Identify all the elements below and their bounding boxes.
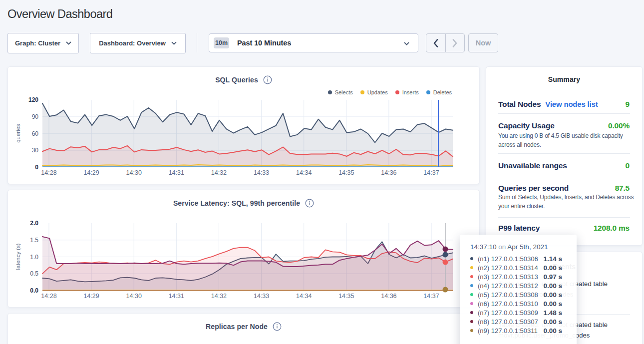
svg-text:14:37: 14:37 xyxy=(423,293,439,300)
svg-text:14:29: 14:29 xyxy=(83,169,99,176)
svg-text:14:36: 14:36 xyxy=(381,169,396,176)
svg-text:14:37: 14:37 xyxy=(423,169,439,176)
svg-text:14:30: 14:30 xyxy=(126,293,142,300)
svg-text:14:35: 14:35 xyxy=(338,169,354,176)
svg-text:90: 90 xyxy=(32,113,39,120)
svg-text:14:36: 14:36 xyxy=(381,293,396,300)
svg-text:14:32: 14:32 xyxy=(211,169,227,176)
svg-text:30: 30 xyxy=(32,147,39,154)
svg-text:0: 0 xyxy=(35,164,38,171)
svg-text:2.0: 2.0 xyxy=(30,220,38,227)
svg-text:14:33: 14:33 xyxy=(254,293,269,300)
svg-text:queries: queries xyxy=(15,124,21,143)
svg-text:14:32: 14:32 xyxy=(211,293,227,300)
svg-text:14:28: 14:28 xyxy=(41,169,56,176)
svg-text:14:34: 14:34 xyxy=(296,293,312,300)
svg-text:120: 120 xyxy=(28,96,38,103)
svg-text:14:31: 14:31 xyxy=(169,293,184,300)
svg-text:0.5: 0.5 xyxy=(30,270,38,277)
svg-text:14:30: 14:30 xyxy=(126,169,142,176)
svg-text:60: 60 xyxy=(32,130,39,137)
svg-text:14:33: 14:33 xyxy=(254,169,269,176)
svg-text:14:31: 14:31 xyxy=(169,169,184,176)
svg-text:latency (s): latency (s) xyxy=(15,243,21,270)
svg-text:14:35: 14:35 xyxy=(338,293,354,300)
svg-text:14:34: 14:34 xyxy=(296,169,312,176)
svg-text:1.5: 1.5 xyxy=(30,237,38,244)
svg-text:14:29: 14:29 xyxy=(83,293,99,300)
svg-text:1.0: 1.0 xyxy=(30,254,38,261)
svg-text:14:28: 14:28 xyxy=(41,293,56,300)
svg-text:0.0: 0.0 xyxy=(30,287,38,294)
